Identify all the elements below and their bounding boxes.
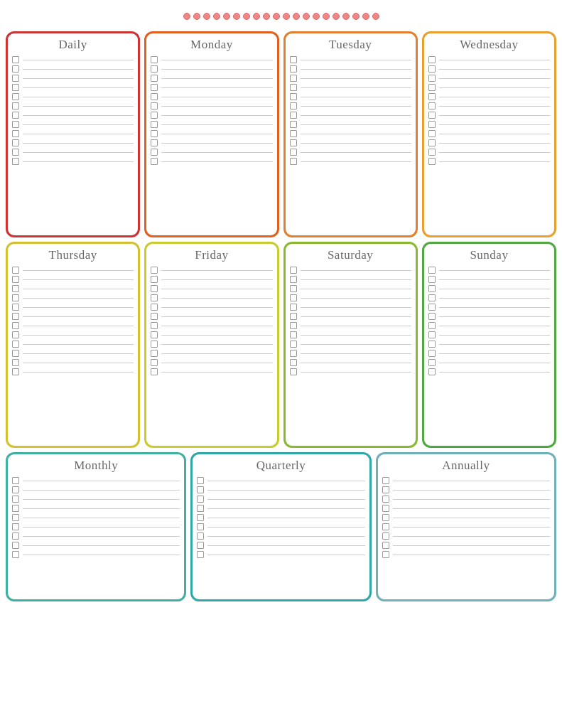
check-line[interactable] bbox=[290, 130, 411, 137]
checkbox[interactable] bbox=[382, 514, 389, 521]
check-line[interactable] bbox=[428, 285, 550, 292]
checkbox[interactable] bbox=[290, 93, 297, 100]
check-line[interactable] bbox=[290, 276, 411, 283]
checkbox[interactable] bbox=[290, 294, 297, 301]
check-line[interactable] bbox=[290, 75, 411, 82]
check-line[interactable] bbox=[12, 514, 180, 521]
check-line[interactable] bbox=[197, 532, 364, 540]
check-line[interactable] bbox=[12, 505, 180, 512]
checkbox[interactable] bbox=[428, 65, 436, 73]
check-line[interactable] bbox=[290, 350, 411, 357]
check-line[interactable] bbox=[428, 75, 550, 82]
checkbox[interactable] bbox=[151, 75, 158, 82]
check-line[interactable] bbox=[428, 93, 550, 100]
checkbox[interactable] bbox=[151, 313, 158, 320]
check-line[interactable] bbox=[151, 93, 272, 100]
check-line[interactable] bbox=[290, 102, 411, 109]
check-line[interactable] bbox=[151, 112, 272, 119]
checkbox[interactable] bbox=[12, 523, 19, 530]
checkbox[interactable] bbox=[151, 267, 158, 274]
check-line[interactable] bbox=[428, 267, 550, 274]
checkbox[interactable] bbox=[151, 322, 158, 329]
checkbox[interactable] bbox=[151, 93, 158, 100]
check-line[interactable] bbox=[12, 322, 134, 329]
checkbox[interactable] bbox=[12, 542, 19, 549]
check-line[interactable] bbox=[290, 313, 411, 320]
check-line[interactable] bbox=[12, 139, 134, 146]
check-line[interactable] bbox=[428, 65, 550, 73]
check-line[interactable] bbox=[151, 313, 272, 320]
check-line[interactable] bbox=[382, 505, 550, 512]
check-line[interactable] bbox=[290, 56, 411, 63]
checkbox[interactable] bbox=[428, 322, 436, 329]
check-line[interactable] bbox=[428, 294, 550, 301]
check-line[interactable] bbox=[12, 496, 180, 503]
checkbox[interactable] bbox=[382, 523, 389, 530]
checkbox[interactable] bbox=[428, 304, 436, 311]
check-line[interactable] bbox=[428, 341, 550, 348]
check-line[interactable] bbox=[12, 149, 134, 156]
check-line[interactable] bbox=[197, 542, 364, 549]
check-line[interactable] bbox=[428, 139, 550, 146]
check-line[interactable] bbox=[382, 514, 550, 521]
checkbox[interactable] bbox=[12, 477, 19, 484]
check-line[interactable] bbox=[151, 158, 272, 165]
checkbox[interactable] bbox=[12, 341, 19, 348]
check-line[interactable] bbox=[428, 130, 550, 137]
checkbox[interactable] bbox=[12, 158, 19, 165]
checkbox[interactable] bbox=[428, 313, 436, 320]
checkbox[interactable] bbox=[151, 285, 158, 292]
check-line[interactable] bbox=[428, 313, 550, 320]
checkbox[interactable] bbox=[428, 158, 436, 165]
checkbox[interactable] bbox=[428, 331, 436, 338]
checkbox[interactable] bbox=[12, 276, 19, 283]
check-line[interactable] bbox=[290, 65, 411, 73]
check-line[interactable] bbox=[151, 322, 272, 329]
check-line[interactable] bbox=[12, 75, 134, 82]
checkbox[interactable] bbox=[151, 331, 158, 338]
check-line[interactable] bbox=[12, 368, 134, 375]
checkbox[interactable] bbox=[151, 294, 158, 301]
check-line[interactable] bbox=[382, 486, 550, 493]
check-line[interactable] bbox=[290, 139, 411, 146]
checkbox[interactable] bbox=[382, 542, 389, 549]
checkbox[interactable] bbox=[12, 350, 19, 357]
checkbox[interactable] bbox=[12, 551, 19, 558]
checkbox[interactable] bbox=[12, 532, 19, 540]
checkbox[interactable] bbox=[12, 267, 19, 274]
checkbox[interactable] bbox=[428, 84, 436, 91]
checkbox[interactable] bbox=[428, 102, 436, 109]
check-line[interactable] bbox=[12, 112, 134, 119]
check-line[interactable] bbox=[382, 551, 550, 558]
checkbox[interactable] bbox=[290, 276, 297, 283]
check-line[interactable] bbox=[12, 359, 134, 366]
checkbox[interactable] bbox=[290, 56, 297, 63]
check-line[interactable] bbox=[428, 368, 550, 375]
checkbox[interactable] bbox=[290, 121, 297, 128]
checkbox[interactable] bbox=[382, 551, 389, 558]
checkbox[interactable] bbox=[428, 267, 436, 274]
check-line[interactable] bbox=[12, 84, 134, 91]
checkbox[interactable] bbox=[12, 294, 19, 301]
checkbox[interactable] bbox=[151, 121, 158, 128]
check-line[interactable] bbox=[197, 496, 364, 503]
checkbox[interactable] bbox=[290, 149, 297, 156]
check-line[interactable] bbox=[151, 84, 272, 91]
checkbox[interactable] bbox=[151, 158, 158, 165]
check-line[interactable] bbox=[12, 267, 134, 274]
check-line[interactable] bbox=[151, 276, 272, 283]
checkbox[interactable] bbox=[151, 304, 158, 311]
check-line[interactable] bbox=[290, 285, 411, 292]
check-line[interactable] bbox=[12, 331, 134, 338]
check-line[interactable] bbox=[428, 304, 550, 311]
checkbox[interactable] bbox=[290, 158, 297, 165]
check-line[interactable] bbox=[197, 505, 364, 512]
check-line[interactable] bbox=[382, 532, 550, 540]
checkbox[interactable] bbox=[428, 121, 436, 128]
check-line[interactable] bbox=[12, 532, 180, 540]
check-line[interactable] bbox=[12, 304, 134, 311]
checkbox[interactable] bbox=[12, 93, 19, 100]
check-line[interactable] bbox=[12, 93, 134, 100]
check-line[interactable] bbox=[428, 149, 550, 156]
checkbox[interactable] bbox=[151, 56, 158, 63]
